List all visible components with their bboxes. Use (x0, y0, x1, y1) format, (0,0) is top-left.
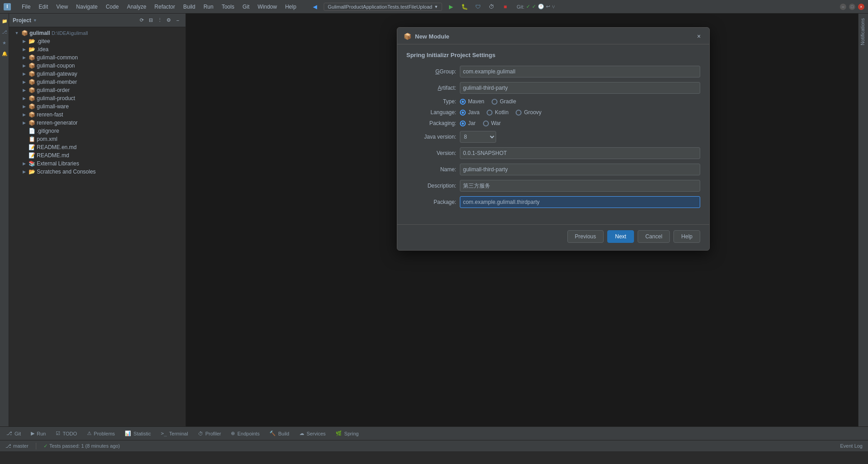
packaging-jar-option[interactable]: Jar (460, 120, 476, 126)
tab-statistic[interactable]: 📊 Statistic (120, 428, 156, 440)
menu-git[interactable]: Git (239, 3, 253, 11)
list-item[interactable]: ▶ 📦 renren-fast (9, 111, 185, 119)
java-version-select[interactable]: 8 11 17 (460, 131, 496, 143)
list-item[interactable]: ▶ 📋 pom.xml (9, 135, 185, 143)
list-item[interactable]: ▶ 📝 README.md (9, 151, 185, 160)
menu-file[interactable]: File (18, 3, 34, 11)
notifications-icon[interactable]: 🔔 (1, 50, 8, 57)
run-config-name: GulimallProductApplicationTests.testFile… (328, 4, 433, 10)
profile-button[interactable]: ⏱ (487, 2, 497, 12)
maximize-button[interactable]: □ (849, 4, 855, 10)
menu-edit[interactable]: Edit (35, 3, 52, 11)
type-gradle-option[interactable]: Gradle (492, 98, 516, 105)
commit-icon[interactable]: ⎇ (1, 28, 8, 35)
menu-window[interactable]: Window (254, 3, 281, 11)
tree-root-item[interactable]: ▼ 📦 gulimall D:\IDEA\gulimall (9, 29, 185, 37)
panel-title-text: Project (13, 17, 31, 24)
list-item[interactable]: ▶ 📦 gulimall-ware (9, 102, 185, 111)
tree-root-arrow: ▼ (14, 30, 20, 36)
list-item[interactable]: ▶ 📦 gulimall-gateway (9, 70, 185, 78)
coverage-button[interactable]: 🛡 (473, 2, 483, 12)
collapse-all-button[interactable]: ⊟ (146, 16, 155, 24)
jar-radio[interactable] (460, 121, 466, 126)
menu-refactor[interactable]: Refactor (151, 3, 179, 11)
close-button[interactable]: × (858, 4, 864, 10)
list-item[interactable]: ▶ 📦 gulimall-product (9, 94, 185, 102)
maven-radio[interactable] (460, 99, 466, 105)
list-item[interactable]: ▶ 📦 renren-generator (9, 119, 185, 127)
description-input[interactable] (460, 180, 700, 192)
package-input[interactable] (460, 196, 700, 208)
settings-button[interactable]: ⚙ (165, 16, 173, 24)
menu-navigate[interactable]: Navigate (73, 3, 101, 11)
tab-git[interactable]: ⎇ Git (2, 428, 25, 440)
sync-tool-button[interactable]: ⟳ (137, 16, 146, 24)
menu-tools[interactable]: Tools (218, 3, 238, 11)
previous-button[interactable]: Previous (567, 230, 604, 243)
next-button[interactable]: Next (607, 230, 634, 243)
dots-more-button[interactable]: ⋮ (156, 16, 164, 24)
group-input[interactable] (460, 66, 700, 77)
name-input[interactable] (460, 164, 700, 175)
debug-button[interactable]: 🐛 (459, 2, 469, 12)
menu-view[interactable]: View (53, 3, 72, 11)
content-area: 📦 New Module × Spring Initializr Project… (186, 14, 858, 426)
tab-problems[interactable]: ⚠ Problems (83, 428, 119, 440)
war-radio[interactable] (483, 121, 489, 126)
list-item[interactable]: ▶ 📂 .gitee (9, 37, 185, 45)
tab-build[interactable]: 🔨 Build (265, 428, 293, 440)
notifications-panel-label[interactable]: Notifications (858, 15, 868, 48)
project-tree: ▼ 📦 gulimall D:\IDEA\gulimall ▶ 📂 .gitee… (9, 27, 185, 426)
tree-item-label: gulimall-gateway (37, 71, 77, 77)
run-button[interactable]: ▶ (446, 2, 456, 12)
status-git-item[interactable]: ⎇ master (4, 440, 30, 451)
tree-arrow-icon: ▶ (21, 63, 27, 68)
tab-run[interactable]: ▶ Run (26, 428, 50, 440)
event-log-item[interactable]: Event Log (838, 443, 864, 449)
tab-profiler[interactable]: ⏱ Profiler (194, 428, 226, 440)
list-item[interactable]: ▶ 📂 .idea (9, 45, 185, 53)
minimize-panel-button[interactable]: − (174, 16, 182, 24)
tab-services[interactable]: ☁ Services (295, 428, 330, 440)
gradle-radio[interactable] (492, 99, 497, 105)
tab-spring[interactable]: 🌿 Spring (331, 428, 363, 440)
tree-arrow-icon: ▶ (21, 120, 27, 126)
menu-analyze[interactable]: Analyze (123, 3, 150, 11)
project-sidebar-toggle[interactable]: 📁 (1, 17, 8, 24)
menu-build[interactable]: Build (180, 3, 199, 11)
cancel-button[interactable]: Cancel (638, 230, 670, 243)
list-item[interactable]: ▶ 📦 gulimall-member (9, 78, 185, 86)
kotlin-radio[interactable] (487, 110, 493, 116)
run-config-selector[interactable]: GulimallProductApplicationTests.testFile… (324, 3, 442, 11)
language-groovy-option[interactable]: Groovy (516, 109, 541, 116)
status-test-result[interactable]: ✓ Tests passed: 1 (8 minutes ago) (42, 440, 122, 451)
help-button[interactable]: Help (673, 230, 700, 243)
back-button[interactable]: ◀ (310, 2, 320, 12)
dialog-close-button[interactable]: × (695, 32, 703, 40)
tab-terminal[interactable]: >_ Terminal (156, 428, 193, 440)
list-item[interactable]: ▶ 📚 External Libraries (9, 160, 185, 168)
list-item[interactable]: ▶ 📝 README.en.md (9, 143, 185, 151)
list-item[interactable]: ▶ 📄 .gitignore (9, 127, 185, 135)
java-radio[interactable] (460, 110, 466, 116)
menu-run[interactable]: Run (200, 3, 217, 11)
list-item[interactable]: ▶ 📦 gulimall-coupon (9, 62, 185, 70)
stop-button[interactable]: ■ (500, 2, 510, 12)
artifact-input[interactable] (460, 82, 700, 94)
menu-code[interactable]: Code (102, 3, 122, 11)
version-input[interactable] (460, 147, 700, 159)
minimize-button[interactable]: – (840, 4, 846, 10)
language-kotlin-option[interactable]: Kotlin (487, 109, 508, 116)
menu-help[interactable]: Help (282, 3, 300, 11)
list-item[interactable]: ▶ 📦 gulimall-order (9, 86, 185, 94)
bookmark-icon[interactable]: ★ (1, 39, 8, 46)
name-row: Name: (406, 164, 700, 175)
type-maven-option[interactable]: Maven (460, 98, 484, 105)
tab-todo[interactable]: ☑ TODO (51, 428, 82, 440)
language-java-option[interactable]: Java (460, 109, 479, 116)
list-item[interactable]: ▶ 📂 Scratches and Consoles (9, 168, 185, 176)
groovy-radio[interactable] (516, 110, 522, 116)
list-item[interactable]: ▶ 📦 gulimall-common (9, 53, 185, 62)
tab-endpoints[interactable]: ⊕ Endpoints (226, 428, 264, 440)
packaging-war-option[interactable]: War (483, 120, 501, 126)
